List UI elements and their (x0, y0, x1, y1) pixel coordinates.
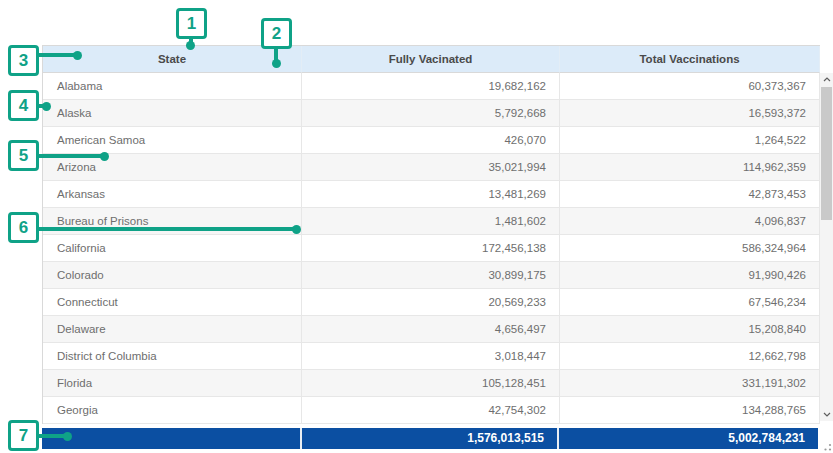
cell-fully-vaccinated: 172,456,138 (302, 235, 560, 262)
table-row[interactable]: Georgia 42,754,302 134,288,765 (43, 397, 820, 424)
cell-fully-vaccinated: 3,018,447 (302, 343, 560, 370)
table-row[interactable]: Delaware 4,656,497 15,208,840 (43, 316, 820, 343)
table-row[interactable]: Arizona 35,021,994 114,962,359 (43, 154, 820, 181)
table-row[interactable]: Colorado 30,899,175 91,990,426 (43, 262, 820, 289)
cell-state: District of Columbia (43, 343, 302, 370)
cell-fully-vaccinated: 5,792,668 (302, 100, 560, 127)
table-row[interactable]: California 172,456,138 586,324,964 (43, 235, 820, 262)
table-row[interactable]: District of Columbia 3,018,447 12,662,79… (43, 343, 820, 370)
callout-dot (272, 59, 281, 68)
summary-footer-row: 1,576,013,515 5,002,784,231 (42, 428, 820, 449)
column-header-state[interactable]: State (43, 46, 302, 73)
chevron-up-icon[interactable] (820, 73, 833, 86)
cell-fully-vaccinated: 30,899,175 (302, 262, 560, 289)
callout-marker-2: 2 (261, 18, 292, 49)
callout-dot (100, 152, 109, 161)
cell-state: American Samoa (43, 127, 302, 154)
column-header-total-vaccinations[interactable]: Total Vaccinations (560, 46, 820, 73)
data-table: State Fully Vacinated Total Vaccinations… (42, 45, 820, 424)
cell-state: Alaska (43, 100, 302, 127)
cell-state: Georgia (43, 397, 302, 424)
cell-total-vaccinations: 15,208,840 (560, 316, 820, 343)
vertical-scrollbar[interactable] (820, 73, 833, 421)
footer-cell-total-vaccinations-sum: 5,002,784,231 (559, 428, 818, 449)
table-row[interactable]: Arkansas 13,481,269 42,873,453 (43, 181, 820, 208)
footer-cell-fully-vaccinated-sum: 1,576,013,515 (302, 428, 559, 449)
callout-marker-5: 5 (8, 140, 39, 171)
cell-total-vaccinations: 586,324,964 (560, 235, 820, 262)
cell-state: Connecticut (43, 289, 302, 316)
annotated-table-screenshot: State Fully Vacinated Total Vaccinations… (0, 0, 833, 453)
callout-dot (73, 51, 82, 60)
cell-total-vaccinations: 4,096,837 (560, 208, 820, 235)
callout-dot (292, 225, 301, 234)
callout-line (37, 154, 103, 158)
cell-state: California (43, 235, 302, 262)
chevron-down-icon[interactable] (820, 408, 833, 421)
table-row[interactable]: Connecticut 20,569,233 67,546,234 (43, 289, 820, 316)
callout-line (37, 227, 295, 231)
callout-marker-1: 1 (176, 8, 207, 39)
cell-state: Colorado (43, 262, 302, 289)
callout-marker-3: 3 (8, 45, 39, 76)
footer-cell-state (42, 428, 302, 449)
cell-total-vaccinations: 114,962,359 (560, 154, 820, 181)
table-body: Alabama 19,682,162 60,373,367 Alaska 5,7… (43, 73, 820, 424)
cell-total-vaccinations: 12,662,798 (560, 343, 820, 370)
callout-dot (186, 41, 195, 50)
cell-fully-vaccinated: 13,481,269 (302, 181, 560, 208)
cell-total-vaccinations: 16,593,372 (560, 100, 820, 127)
cell-total-vaccinations: 67,546,234 (560, 289, 820, 316)
callout-marker-6: 6 (8, 212, 39, 243)
table-widget: State Fully Vacinated Total Vaccinations… (42, 45, 833, 449)
resize-grip-icon[interactable] (822, 438, 832, 448)
table-header-row: State Fully Vacinated Total Vaccinations (43, 46, 820, 73)
table-row[interactable]: American Samoa 426,070 1,264,522 (43, 127, 820, 154)
cell-total-vaccinations: 331,191,302 (560, 370, 820, 397)
cell-fully-vaccinated: 426,070 (302, 127, 560, 154)
cell-fully-vaccinated: 4,656,497 (302, 316, 560, 343)
cell-total-vaccinations: 1,264,522 (560, 127, 820, 154)
callout-marker-7: 7 (8, 420, 39, 451)
cell-state: Delaware (43, 316, 302, 343)
callout-line (37, 53, 77, 57)
scrollbar-thumb[interactable] (821, 87, 832, 220)
table-row[interactable]: Alabama 19,682,162 60,373,367 (43, 73, 820, 100)
cell-fully-vaccinated: 105,128,451 (302, 370, 560, 397)
cell-fully-vaccinated: 35,021,994 (302, 154, 560, 181)
cell-state: Arizona (43, 154, 302, 181)
cell-state: Alabama (43, 73, 302, 100)
cell-total-vaccinations: 42,873,453 (560, 181, 820, 208)
table-row[interactable]: Florida 105,128,451 331,191,302 (43, 370, 820, 397)
callout-marker-4: 4 (8, 90, 39, 121)
cell-total-vaccinations: 134,288,765 (560, 397, 820, 424)
cell-total-vaccinations: 91,990,426 (560, 262, 820, 289)
cell-fully-vaccinated: 20,569,233 (302, 289, 560, 316)
cell-state: Florida (43, 370, 302, 397)
cell-fully-vaccinated: 1,481,602 (302, 208, 560, 235)
column-header-fully-vaccinated[interactable]: Fully Vacinated (302, 46, 560, 73)
callout-dot (42, 102, 51, 111)
cell-fully-vaccinated: 42,754,302 (302, 397, 560, 424)
cell-state: Arkansas (43, 181, 302, 208)
callout-dot (63, 432, 72, 441)
cell-fully-vaccinated: 19,682,162 (302, 73, 560, 100)
cell-total-vaccinations: 60,373,367 (560, 73, 820, 100)
table-row[interactable]: Alaska 5,792,668 16,593,372 (43, 100, 820, 127)
